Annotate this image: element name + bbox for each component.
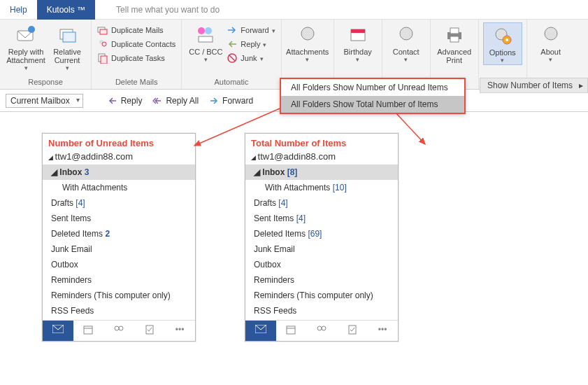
svg-rect-7 [100, 29, 107, 34]
pane-title-unread: Number of Unread Items [43, 134, 195, 150]
folder-item[interactable]: Reminders (This computer only) [43, 288, 195, 303]
folder-item[interactable]: Reminders [245, 272, 398, 288]
mail-icon [255, 325, 266, 333]
nav-more[interactable]: ••• [367, 321, 398, 341]
dup-tasks-icon [97, 52, 108, 64]
nav-tasks[interactable] [337, 321, 368, 341]
tell-me[interactable]: Tell me what you want to do [95, 5, 227, 15]
pane-unread: Number of Unread Items ttw1@addin88.com … [42, 133, 196, 342]
nav-people[interactable] [103, 321, 134, 341]
folder-item[interactable]: RSS Feeds [43, 303, 195, 318]
circle-icon [540, 24, 562, 46]
mailbox-combo[interactable]: Current Mailbox [6, 94, 83, 108]
svg-point-20 [400, 27, 413, 40]
group-delete-mails: Duplicate Mails Duplicate Contacts Dupli… [92, 20, 182, 89]
svg-point-9 [102, 42, 106, 46]
junk-button[interactable]: Junk ▾ [225, 52, 276, 64]
cc-bcc-button[interactable]: CC / BCC▾ [186, 22, 225, 64]
circle-icon [296, 24, 319, 46]
group-automatic: CC / BCC▾ Forward ▾ Reply ▾ Junk ▾ Autom… [182, 20, 281, 89]
account-label[interactable]: ttw1@addin88.com [245, 150, 398, 163]
svg-point-39 [317, 326, 322, 330]
menu-item-unread[interactable]: All Folders Show Number of Unread Items [281, 79, 464, 96]
auto-reply-button[interactable]: Reply ▾ [225, 38, 276, 50]
svg-rect-19 [351, 29, 365, 33]
tasks-icon [348, 325, 357, 335]
chevron-right-icon: ▸ [579, 80, 583, 90]
duplicate-contacts-button[interactable]: Duplicate Contacts [96, 38, 177, 50]
folder-item[interactable]: Deleted Items 2 [43, 226, 195, 241]
tasks-icon [145, 325, 154, 335]
tab-kutools[interactable]: Kutools ™ [37, 0, 95, 20]
folder-list-right: ◢ Inbox [8]With Attachments [10]Drafts [… [245, 163, 398, 320]
pane-total: Total Number of Items ttw1@addin88.com ◢… [245, 133, 399, 342]
reply-icon [227, 38, 238, 50]
about-button[interactable]: About▾ [531, 22, 571, 64]
folder-item[interactable]: Deleted Items [69] [245, 226, 398, 241]
folder-item[interactable]: Junk Email [245, 241, 398, 257]
folder-item[interactable]: Sent Items [43, 211, 195, 226]
folder-item[interactable]: ◢ Inbox [8] [245, 164, 398, 180]
folder-item[interactable]: With Attachments [10] [245, 180, 398, 195]
svg-point-17 [301, 27, 314, 40]
duplicate-tasks-button[interactable]: Duplicate Tasks [96, 52, 177, 64]
birthday-button[interactable]: Birthday▾ [338, 22, 378, 64]
folder-item[interactable]: Reminders [43, 272, 195, 288]
nav-more[interactable]: ••• [164, 321, 195, 341]
folder-item[interactable]: Outbox [245, 257, 398, 272]
folder-item[interactable]: Drafts [4] [245, 195, 398, 211]
folder-item[interactable]: Sent Items [4] [245, 211, 398, 226]
advanced-print-button[interactable]: Advanced Print [435, 22, 474, 64]
folder-item[interactable]: Reminders (This computer only) [245, 288, 398, 303]
circle-icon [395, 24, 417, 46]
tab-help[interactable]: Help [0, 0, 37, 20]
nav-mail[interactable] [43, 321, 73, 341]
group-label-automatic: Automatic [215, 76, 249, 89]
relative-current-button[interactable]: Relative Current▾ [48, 22, 87, 72]
folder-item[interactable]: Junk Email [43, 241, 195, 257]
menu-item-total[interactable]: All Folders Show Total Number of Items [281, 96, 464, 113]
forward-icon [227, 24, 238, 36]
folder-panes: Number of Unread Items ttw1@addin88.com … [0, 112, 588, 363]
svg-point-33 [115, 326, 119, 330]
people-icon [316, 325, 327, 335]
reply-all-icon [152, 95, 163, 106]
folder-item[interactable]: With Attachments [43, 180, 195, 195]
svg-point-3 [28, 26, 35, 33]
svg-line-16 [229, 55, 235, 61]
svg-rect-5 [63, 32, 76, 42]
printer-icon [443, 24, 466, 46]
nav-tasks[interactable] [134, 321, 165, 341]
folder-item[interactable]: Drafts [4] [43, 195, 195, 211]
options-button[interactable]: Options▾ [483, 22, 522, 65]
attachments-button[interactable]: Attachments▾ [286, 22, 329, 64]
reply-all-button[interactable]: Reply All [149, 94, 201, 108]
nav-calendar[interactable] [276, 321, 307, 341]
duplicate-mails-button[interactable]: Duplicate Mails [96, 24, 177, 36]
account-label[interactable]: ttw1@addin88.com [43, 150, 195, 163]
mail-icon [52, 325, 64, 333]
nav-calendar[interactable] [73, 321, 104, 341]
calendar-icon [347, 24, 369, 46]
folder-item[interactable]: ◢ Inbox 3 [43, 164, 195, 180]
submenu-show-number[interactable]: Show Number of Items ▸ [480, 78, 588, 93]
svg-point-12 [198, 27, 205, 34]
nav-people[interactable] [306, 321, 337, 341]
svg-rect-11 [101, 56, 107, 64]
svg-rect-37 [287, 326, 295, 334]
reply-button[interactable]: Reply [104, 94, 145, 108]
nav-mail[interactable] [245, 321, 276, 341]
auto-forward-button[interactable]: Forward ▾ [225, 24, 276, 36]
chevron-down-icon: ▾ [66, 65, 69, 72]
reply-with-attachment-button[interactable]: Reply with Attachment▾ [4, 22, 48, 72]
folder-item[interactable]: Outbox [43, 257, 195, 272]
pane-title-total: Total Number of Items [245, 134, 398, 150]
chevron-down-icon: ▾ [404, 57, 408, 64]
chevron-down-icon: ▾ [501, 57, 504, 64]
svg-point-0 [105, 6, 110, 10]
dup-mails-icon [97, 24, 108, 36]
contact-button[interactable]: Contact▾ [387, 22, 426, 64]
folder-item[interactable]: RSS Feeds [245, 303, 398, 318]
chevron-down-icon: ▾ [356, 57, 359, 64]
forward-button[interactable]: Forward [206, 94, 256, 108]
